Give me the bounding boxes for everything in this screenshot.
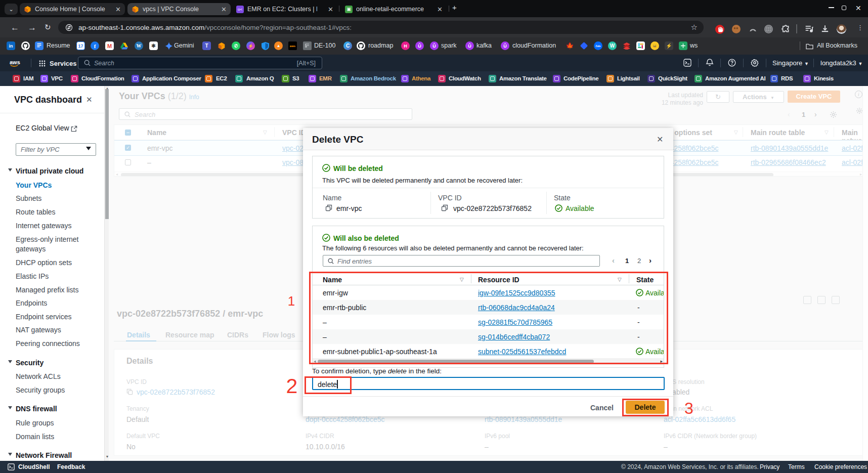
svg-text:aws: aws: [10, 59, 20, 65]
